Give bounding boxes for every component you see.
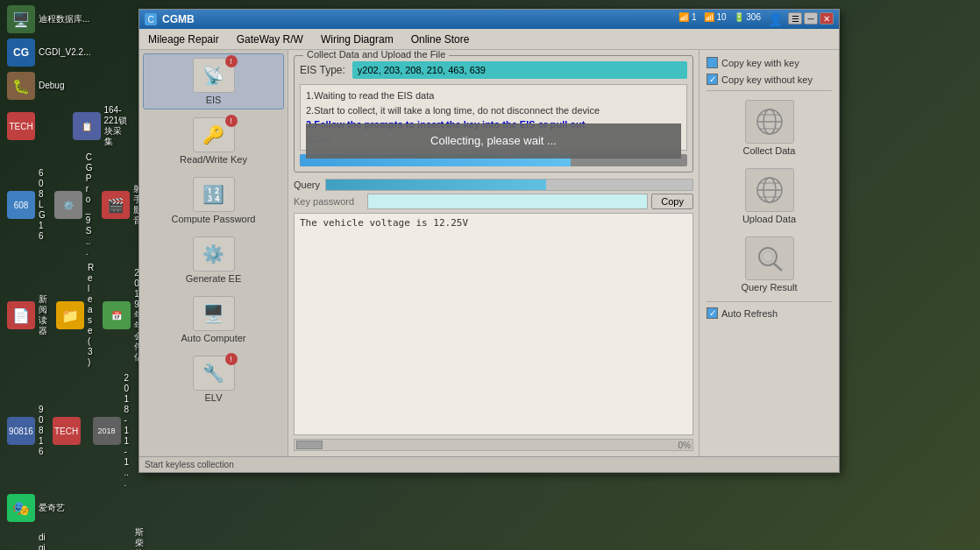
- desktop-icon-label: 90816: [39, 405, 44, 457]
- desktop-icon-label: 164-221锁块采集: [104, 105, 130, 147]
- collect-data-label: Collect Data: [743, 145, 796, 156]
- query-section: Query Key password Copy: [294, 178, 693, 209]
- copy-key-without-key-row: Copy key without key: [707, 74, 832, 85]
- copy-key-with-key-row: Copy key with key: [707, 57, 832, 68]
- readwrite-icon: 🔑 !: [193, 117, 235, 152]
- sidebar-label-readwrite: Read/Write Key: [180, 154, 247, 165]
- sidebar-label-generateee: Generate EE: [186, 273, 242, 284]
- desktop-icon-cgdi[interactable]: CG CGDI_V2.2...: [4, 37, 132, 68]
- desktop-icon-release[interactable]: 📁 Release(3): [53, 261, 97, 370]
- sidebar-label-eis: EIS: [206, 95, 222, 105]
- upload-data-label: Upload Data: [742, 214, 796, 224]
- output-text: The vehicle voltage is 12.25V: [300, 217, 687, 229]
- sidebar-item-generateee[interactable]: ⚙️ Generate EE: [143, 232, 284, 288]
- copy-key-without-key-checkbox[interactable]: [707, 74, 718, 85]
- collect-data-button[interactable]: Collect Data: [707, 96, 832, 159]
- desktop-icon-608[interactable]: 608 608LG16: [4, 151, 49, 259]
- desktop-icon-label: digitalmas...: [39, 532, 46, 550]
- desktop-icon-aiqiyi[interactable]: 🎭 爱奇艺: [4, 492, 132, 524]
- auto-refresh-checkbox[interactable]: [707, 307, 718, 319]
- upload-data-button[interactable]: Upload Data: [707, 165, 832, 228]
- desktop-icon-tech1[interactable]: TECH: [4, 110, 67, 142]
- desktop-icon-label: Release(3): [88, 263, 94, 368]
- scroll-value: 0%: [678, 441, 691, 450]
- elv-icon: 🔧 !: [193, 356, 235, 391]
- desktop-icon-sichai[interactable]: 🎹 斯柴格日比赛好比率: [100, 525, 147, 550]
- menu-icon-button[interactable]: ☰: [788, 12, 802, 25]
- title-bar-controls: 📶 1 📶 10 🔋 306 👤 ☰ ─ ✕: [678, 12, 834, 26]
- title-bar: C CGMB 📶 1 📶 10 🔋 306 👤 ☰ ─ ✕: [139, 10, 839, 29]
- instruction-4-container: 4.Coll Collecting, please wait ...: [306, 132, 681, 147]
- main-content: 📡 ! EIS 🔑 ! Read/Write Key 🔢 Compute Pas…: [139, 50, 839, 456]
- sidebar-label-compute: Compute Password: [172, 214, 256, 224]
- sidebar-label-autocomputer: Auto Computer: [181, 333, 246, 343]
- query-progress-bar: [325, 179, 693, 191]
- sidebar-item-compute[interactable]: 🔢 Compute Password: [143, 173, 284, 229]
- scrollbar-thumb[interactable]: [296, 441, 323, 449]
- eis-type-row: EIS Type: y202, 203, 208, 210, 463, 639: [300, 61, 687, 79]
- key-password-bar[interactable]: [367, 194, 648, 209]
- menu-online-store[interactable]: Online Store: [402, 29, 479, 49]
- action-sidebar: Copy key with key Copy key without key: [699, 50, 839, 456]
- minimize-button[interactable]: ─: [804, 12, 818, 25]
- svg-line-12: [774, 264, 782, 271]
- desktop-icon-mileage[interactable]: 🖥️ 迪程数据库...: [4, 4, 132, 35]
- horizontal-scrollbar[interactable]: 0%: [294, 439, 693, 451]
- compute-icon: 🔢: [193, 177, 235, 212]
- desktop-icon-kugou[interactable]: 🎵 酷狗音乐: [51, 525, 98, 550]
- svg-point-11: [763, 251, 773, 262]
- eis-type-value: y202, 203, 208, 210, 463, 639: [352, 61, 687, 79]
- center-panel: Collect Data and Upload the File EIS Typ…: [288, 50, 699, 456]
- status-text: Start keyless collection: [145, 460, 234, 469]
- desktop-icon-label: 爱奇艺: [39, 503, 65, 513]
- desktop-icon-tech2[interactable]: TECH: [49, 371, 88, 490]
- desktop-icon-digital[interactable]: dig digitalmas...: [4, 525, 49, 550]
- eis-icon: 📡 !: [193, 58, 235, 93]
- query-progress-fill: [326, 180, 546, 190]
- status-bar: Start keyless collection: [139, 456, 839, 472]
- close-button[interactable]: ✕: [820, 12, 834, 25]
- menu-gateway-rw[interactable]: GateWay R/W: [228, 29, 312, 49]
- instruction-2: 2.Start to collect, it will take a long …: [306, 103, 681, 118]
- query-result-icon: [745, 236, 794, 280]
- copy-key-with-key-label: Copy key with key: [721, 58, 799, 68]
- divider-1: [707, 90, 832, 91]
- sidebar-item-elv[interactable]: 🔧 ! ELV: [143, 351, 284, 407]
- eis-type-text: y202, 203, 208, 210, 463, 639: [358, 65, 486, 75]
- divider-2: [707, 301, 832, 302]
- autocomputer-icon: 🖥️: [193, 296, 235, 331]
- key-password-label: Key password: [294, 196, 364, 207]
- upload-data-icon: [745, 168, 794, 212]
- sidebar-item-autocomputer[interactable]: 🖥️ Auto Computer: [143, 292, 284, 348]
- menu-bar: Mileage Repair GateWay R/W Wiring Diagra…: [139, 29, 839, 50]
- eis-type-label: EIS Type:: [300, 64, 345, 76]
- menu-mileage-repair[interactable]: Mileage Repair: [139, 29, 228, 49]
- desktop-icon-label: 新阅读器: [39, 294, 47, 336]
- sidebar-item-eis[interactable]: 📡 ! EIS: [143, 53, 284, 109]
- copy-button[interactable]: Copy: [651, 194, 693, 209]
- desktop-icon-pdf[interactable]: 📄 新阅读器: [4, 261, 51, 370]
- sidebar-item-readwrite[interactable]: 🔑 ! Read/Write Key: [143, 113, 284, 169]
- desktop-icon-label: CGDI_V2.2...: [39, 47, 90, 58]
- svg-point-10: [759, 248, 777, 265]
- copy-key-without-key-label: Copy key without key: [721, 74, 813, 85]
- desktop-icon-label: 608LG16: [39, 168, 46, 242]
- elv-badge: !: [225, 353, 238, 365]
- eis-badge: !: [225, 55, 238, 67]
- query-row: Query: [294, 178, 693, 192]
- progress-text: Collecting, please wait ...: [430, 132, 557, 150]
- sidebar-label-elv: ELV: [205, 392, 223, 403]
- query-result-button[interactable]: Query Result: [707, 233, 832, 296]
- desktop-icon-90816[interactable]: 90816 90816: [4, 371, 47, 490]
- progress-overlay: Collecting, please wait ...: [306, 123, 681, 159]
- app-icon: C: [145, 13, 157, 25]
- desktop-icon-164[interactable]: 📋 164-221锁块采集: [69, 103, 133, 149]
- desktop-icon-label: Debug: [39, 81, 64, 91]
- menu-wiring-diagram[interactable]: Wiring Diagram: [312, 29, 402, 49]
- output-area: The vehicle voltage is 12.25V: [294, 213, 693, 435]
- desktop-icon-cgpro[interactable]: ⚙️ CGPro_9S...: [51, 151, 96, 259]
- desktop-icon-2018[interactable]: 2018 2018-11-1...: [89, 371, 133, 490]
- desktop-icon-debug[interactable]: 🐛 Debug: [4, 70, 132, 102]
- group-legend: Collect Data and Upload the File: [303, 50, 449, 60]
- copy-key-with-key-checkbox[interactable]: [707, 57, 718, 68]
